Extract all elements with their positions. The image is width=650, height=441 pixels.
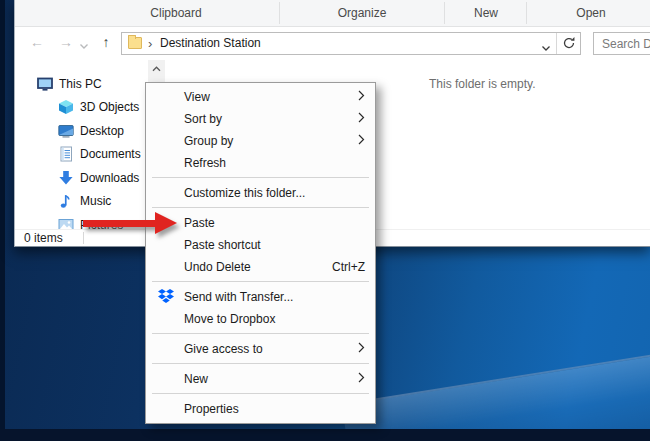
sidebar-item-label: 3D Objects [80, 100, 139, 114]
breadcrumb-chevron-icon: › [148, 36, 152, 51]
sidebar-item-this-pc[interactable]: This PC [15, 72, 148, 95]
scroll-up-icon[interactable] [148, 60, 165, 77]
documents-icon [58, 146, 74, 162]
menu-item-view[interactable]: View [146, 86, 375, 108]
sidebar-item-3d-objects[interactable]: 3D Objects [15, 96, 148, 119]
menu-item-properties[interactable]: Properties [146, 398, 375, 420]
menu-separator [152, 207, 369, 208]
sidebar-item-label: Music [80, 194, 111, 208]
recent-locations-chevron-icon[interactable] [79, 39, 89, 53]
search-box [593, 32, 650, 55]
sidebar-item-downloads[interactable]: Downloads [15, 166, 148, 189]
sidebar-item-label: Downloads [80, 171, 139, 185]
menu-item-paste[interactable]: Paste [146, 212, 375, 234]
address-bar[interactable]: › Destination Station [121, 32, 581, 55]
dropbox-icon [158, 289, 174, 305]
desktop-icon [58, 123, 74, 139]
address-dropdown-chevron-icon[interactable] [541, 41, 551, 55]
address-toolbar: ← → ↑ › Destination Station [15, 27, 650, 60]
ribbon-separator [444, 2, 445, 24]
address-divider [556, 33, 557, 54]
sidebar-item-desktop[interactable]: Desktop [15, 119, 148, 142]
items-count: 0 items [24, 231, 63, 246]
desktop: Clipboard Organize New Open ← → ↑ › Dest… [0, 0, 650, 441]
sidebar-item-documents[interactable]: Documents [15, 143, 148, 166]
menu-item-sort-by[interactable]: Sort by [146, 108, 375, 130]
ribbon-group-strip: Clipboard Organize New Open [15, 0, 650, 27]
this-pc-icon [37, 76, 53, 92]
context-menu: View Sort by Group by Refresh Customize … [145, 82, 376, 424]
menu-item-refresh[interactable]: Refresh [146, 152, 375, 174]
wallpaper-light-beam [341, 347, 650, 441]
back-icon[interactable]: ← [26, 27, 48, 58]
wallpaper-bottom-band [0, 429, 650, 441]
music-icon [58, 193, 74, 209]
menu-separator [152, 393, 369, 394]
sidebar-item-music[interactable]: Music [15, 190, 148, 213]
menu-item-give-access-to[interactable]: Give access to [146, 338, 375, 360]
desktop-edge-shade [0, 0, 5, 441]
menu-shortcut: Ctrl+Z [332, 260, 365, 274]
sidebar-item-label: Desktop [80, 124, 124, 138]
sidebar-item-label: This PC [59, 77, 102, 91]
menu-item-customize-this-folder[interactable]: Customize this folder... [146, 182, 375, 204]
annotation-arrow-shaft [83, 220, 156, 227]
menu-item-group-by[interactable]: Group by [146, 130, 375, 152]
menu-separator [152, 281, 369, 282]
ribbon-group-open: Open [576, 0, 605, 26]
submenu-arrow-icon [358, 90, 365, 104]
empty-folder-message: This folder is empty. [429, 77, 535, 91]
ribbon-group-new: New [474, 0, 498, 26]
submenu-arrow-icon [358, 372, 365, 386]
ribbon-separator [279, 2, 280, 24]
search-input[interactable] [602, 33, 650, 54]
refresh-icon[interactable] [558, 33, 581, 54]
ribbon-separator [526, 2, 527, 24]
navigation-pane: This PC 3D Objects Desktop Documents Dow… [15, 60, 148, 230]
breadcrumb-path[interactable]: Destination Station [160, 33, 261, 54]
menu-item-paste-shortcut[interactable]: Paste shortcut [146, 234, 375, 256]
ribbon-group-clipboard: Clipboard [150, 0, 201, 26]
ribbon-group-organize: Organize [338, 0, 387, 26]
menu-item-undo-delete[interactable]: Undo Delete Ctrl+Z [146, 256, 375, 278]
menu-item-move-to-dropbox[interactable]: Move to Dropbox [146, 308, 375, 330]
3d-objects-icon [58, 99, 74, 115]
menu-separator [152, 333, 369, 334]
submenu-arrow-icon [358, 112, 365, 126]
menu-separator [152, 177, 369, 178]
menu-item-send-with-transfer[interactable]: Send with Transfer... [146, 286, 375, 308]
menu-item-new[interactable]: New [146, 368, 375, 390]
folder-icon [128, 37, 142, 49]
submenu-arrow-icon [358, 342, 365, 356]
menu-separator [152, 363, 369, 364]
annotation-arrow-icon [83, 212, 178, 234]
annotation-arrow-head [155, 212, 177, 234]
forward-icon[interactable]: → [55, 27, 77, 58]
sidebar-item-label: Documents [80, 147, 141, 161]
downloads-icon [58, 170, 74, 186]
submenu-arrow-icon [358, 134, 365, 148]
up-icon[interactable]: ↑ [95, 27, 117, 58]
